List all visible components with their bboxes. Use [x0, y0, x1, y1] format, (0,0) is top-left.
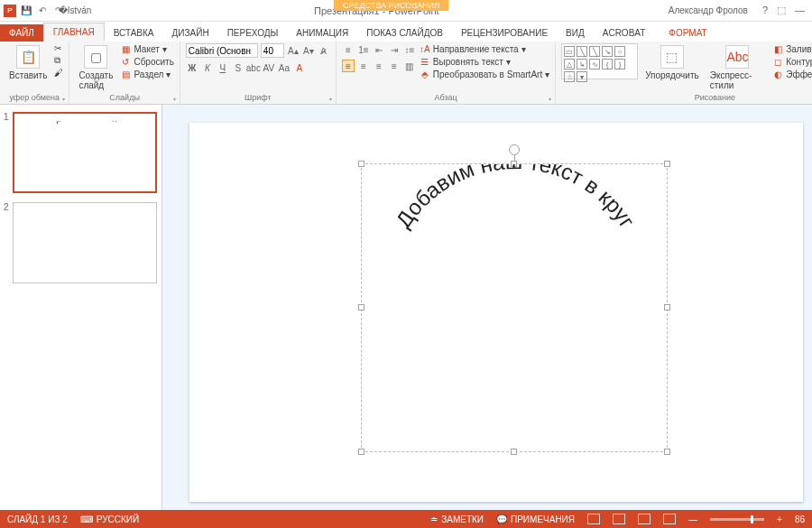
- reset-button[interactable]: ↺Сбросить: [120, 56, 173, 67]
- notes-button[interactable]: ≐ЗАМЕТКИ: [430, 514, 484, 524]
- tab-animations[interactable]: АНИМАЦИЯ: [287, 24, 357, 42]
- tab-insert[interactable]: ВСТАВКА: [105, 24, 163, 42]
- italic-icon[interactable]: К: [201, 61, 214, 74]
- shape-arrow-icon[interactable]: ↘: [602, 46, 613, 57]
- shape-fill-button[interactable]: ◧Заливка фигуры ▾: [772, 43, 812, 54]
- shapes-gallery[interactable]: ▭╲╲↘○△ ↳∿{}☆▾: [561, 43, 638, 79]
- align-center-icon[interactable]: ≡: [357, 60, 370, 72]
- cut-icon[interactable]: ✂: [54, 43, 63, 53]
- tab-transitions[interactable]: ПЕРЕХОДЫ: [218, 24, 288, 42]
- tab-acrobat[interactable]: ACROBAT: [594, 24, 655, 42]
- normal-view-icon[interactable]: [587, 514, 600, 524]
- user-name[interactable]: Александр Фролов: [669, 5, 748, 15]
- line-spacing-icon[interactable]: ↕≡: [403, 43, 416, 56]
- font-size-input[interactable]: [261, 43, 284, 58]
- text-direction-icon: ↕A: [420, 43, 430, 54]
- resize-handle-sw[interactable]: [358, 449, 364, 455]
- align-left-icon[interactable]: ≡: [342, 60, 355, 72]
- shape-oval-icon[interactable]: ○: [614, 46, 625, 57]
- shape-effects-button[interactable]: ◐Эффекты фигуры ▾: [772, 69, 812, 79]
- thumbnail-1-wrap[interactable]: 1 Добавим наш текст в круг: [4, 112, 158, 193]
- shape-curve-icon[interactable]: ∿: [589, 59, 600, 69]
- shape-outline-button[interactable]: ◻Контур фигуры ▾: [772, 56, 812, 67]
- increase-font-icon[interactable]: A▴: [287, 44, 300, 57]
- convert-smartart-button[interactable]: ⬘Преобразовать в SmartArt ▾: [420, 69, 549, 79]
- bullets-icon[interactable]: ≡: [342, 43, 355, 56]
- shape-line2-icon[interactable]: ╲: [589, 46, 600, 57]
- align-right-icon[interactable]: ≡: [373, 60, 385, 72]
- underline-icon[interactable]: Ч: [217, 61, 229, 74]
- section-icon: ▤: [120, 69, 131, 79]
- resize-handle-s[interactable]: [511, 449, 517, 455]
- decrease-indent-icon[interactable]: ⇤: [373, 43, 385, 56]
- strikethrough-icon[interactable]: abc: [247, 61, 260, 74]
- slideshow-view-icon[interactable]: [663, 514, 676, 524]
- format-painter-icon[interactable]: 🖌: [54, 68, 63, 78]
- tab-slideshow[interactable]: ПОКАЗ СЛАЙДОВ: [357, 24, 452, 42]
- ribbon-options-icon[interactable]: ⬚: [777, 5, 786, 16]
- thumbnail-1[interactable]: Добавим наш текст в круг: [13, 112, 157, 193]
- arrange-icon: ⬚: [660, 45, 684, 69]
- shape-brace2-icon[interactable]: }: [614, 59, 625, 69]
- quick-styles-button[interactable]: Abc Экспресс-стили: [706, 43, 770, 92]
- help-icon[interactable]: ?: [762, 5, 768, 16]
- layout-icon: ▦: [120, 43, 131, 54]
- start-from-beginning-icon[interactable]: �István: [69, 5, 81, 17]
- tab-view[interactable]: ВИД: [557, 24, 594, 42]
- zoom-value[interactable]: 86: [795, 514, 805, 524]
- slide-thumbnail-panel[interactable]: 1 Добавим наш текст в круг 2 Добавим наш…: [0, 105, 162, 510]
- decrease-font-icon[interactable]: A▾: [302, 44, 315, 57]
- tab-home[interactable]: ГЛАВНАЯ: [43, 23, 105, 42]
- slide-counter[interactable]: СЛАЙД 1 ИЗ 2: [7, 514, 68, 524]
- undo-icon[interactable]: ↶: [36, 5, 49, 17]
- shape-more-icon[interactable]: ▾: [577, 71, 587, 82]
- shape-rect-icon[interactable]: ▭: [564, 46, 575, 57]
- justify-icon[interactable]: ≡: [388, 60, 401, 72]
- shape-line-icon[interactable]: ╲: [577, 46, 587, 57]
- char-spacing-icon[interactable]: AV: [263, 61, 275, 74]
- font-color-icon[interactable]: A: [293, 61, 306, 74]
- arrange-button[interactable]: ⬚ Упорядочить: [641, 43, 703, 82]
- font-name-input[interactable]: [186, 43, 258, 58]
- shape-tri-icon[interactable]: △: [564, 59, 575, 69]
- reading-view-icon[interactable]: [638, 514, 651, 524]
- tab-design[interactable]: ДИЗАЙН: [163, 24, 218, 42]
- shape-brace-icon[interactable]: {: [602, 59, 613, 69]
- resize-handle-se[interactable]: [664, 449, 670, 455]
- clear-formatting-icon[interactable]: A̷: [318, 44, 330, 57]
- layout-button[interactable]: ▦Макет ▾: [120, 43, 173, 54]
- thumbnail-2[interactable]: Добавим наш текст в круг: [13, 202, 157, 283]
- change-case-icon[interactable]: Aa: [278, 61, 291, 74]
- thumbnail-2-wrap[interactable]: 2 Добавим наш текст в круг: [4, 202, 158, 283]
- increase-indent-icon[interactable]: ⇥: [388, 43, 401, 56]
- section-button[interactable]: ▤Раздел ▾: [120, 69, 173, 79]
- selected-textbox[interactable]: Добавим наш текст в круг: [361, 163, 668, 452]
- zoom-out-icon[interactable]: —: [688, 514, 697, 524]
- rotate-handle[interactable]: [509, 144, 520, 155]
- shadow-icon[interactable]: S: [232, 61, 245, 74]
- text-direction-button[interactable]: ↕AНаправление текста ▾: [420, 43, 549, 54]
- slide-sorter-icon[interactable]: [613, 514, 625, 524]
- copy-icon[interactable]: ⧉: [54, 55, 63, 66]
- align-text-button[interactable]: ☰Выровнять текст ▾: [420, 56, 549, 67]
- columns-icon[interactable]: ▥: [403, 60, 416, 72]
- zoom-in-icon[interactable]: +: [777, 514, 782, 524]
- tab-format[interactable]: ФОРМАТ: [660, 24, 715, 42]
- save-icon[interactable]: 💾: [20, 5, 32, 17]
- paste-button[interactable]: 📋 Вставить: [5, 43, 51, 82]
- new-slide-icon: ▢: [84, 45, 107, 69]
- comments-button[interactable]: 💬ПРИМЕЧАНИЯ: [496, 514, 575, 524]
- slide-canvas-area[interactable]: Добавим наш текст в круг: [162, 105, 812, 510]
- new-slide-button[interactable]: ▢ Создать слайд: [75, 43, 116, 92]
- shape-connector-icon[interactable]: ↳: [577, 59, 587, 69]
- language-button[interactable]: ⌨РУССКИЙ: [80, 514, 139, 524]
- shape-star-icon[interactable]: ☆: [564, 71, 575, 82]
- slide[interactable]: Добавим наш текст в круг: [189, 123, 803, 502]
- minimize-icon[interactable]: —: [795, 5, 805, 16]
- numbering-icon[interactable]: 1≡: [357, 43, 370, 56]
- tab-file[interactable]: ФАЙЛ: [0, 24, 43, 42]
- ribbon: 📋 Вставить ✂ ⧉ 🖌 уфер обмена ▢ Создать с…: [0, 42, 812, 105]
- bold-icon[interactable]: Ж: [186, 61, 198, 74]
- tab-review[interactable]: РЕЦЕНЗИРОВАНИЕ: [452, 24, 557, 42]
- zoom-slider[interactable]: [710, 518, 764, 521]
